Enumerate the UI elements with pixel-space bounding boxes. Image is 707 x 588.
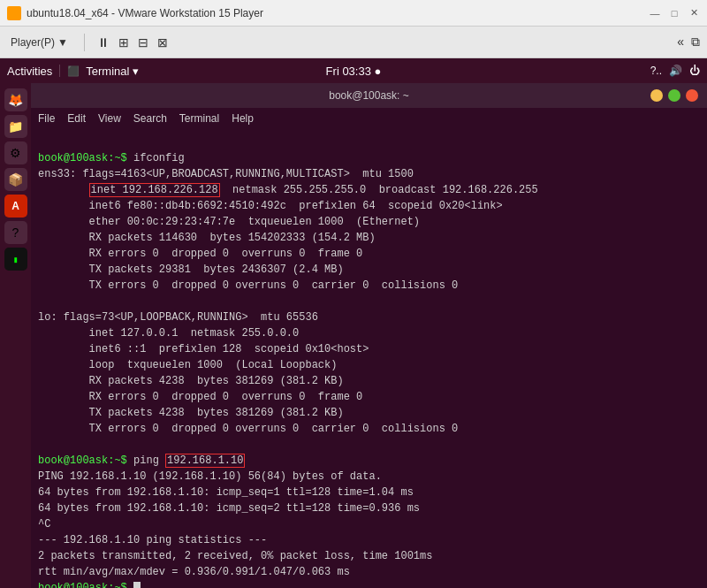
line-ping-header: PING 192.168.1.10 (192.168.1.10) 56(84) … xyxy=(38,470,382,483)
inet-address-highlight: inet 192.168.226.128 xyxy=(89,183,220,197)
datetime-display: Fri 03:33 ● xyxy=(326,65,382,78)
full-screen-button[interactable]: ⊠ xyxy=(157,35,168,50)
topbar-separator xyxy=(59,65,60,77)
terminal-menu-terminal[interactable]: Terminal xyxy=(179,112,219,125)
line-rx-errors: RX errors 0 dropped 0 overruns 0 frame 0 xyxy=(38,248,362,260)
topbar-left: Activities ⬛ Terminal ▾ xyxy=(7,65,139,78)
main-area: book@100ask: ~ File Edit View Search Ter… xyxy=(31,83,707,588)
terminal-cursor xyxy=(133,582,141,588)
line-inet6: inet6 fe80::db4b:6692:4510:492c prefixle… xyxy=(38,200,503,212)
line-lo-loop: loop txqueuelen 1000 (Local Loopback) xyxy=(38,359,337,371)
vmware-toolbar: Player(P) ▼ ⏸ ⊞ ⊟ ⊠ « ⧉ xyxy=(0,27,707,58)
titlebar-right[interactable]: — □ ✕ xyxy=(649,7,700,19)
terminal-menu-arrow-icon: ▾ xyxy=(133,65,139,78)
send-ctrl-alt-del-button[interactable]: ⊞ xyxy=(118,35,129,50)
line-ping-stats-1: 2 packets transmitted, 2 received, 0% pa… xyxy=(38,550,432,562)
terminal-menu-view[interactable]: View xyxy=(98,112,121,125)
topbar-right: ?.. 🔊 ⏻ xyxy=(650,65,700,77)
line-lo-tx-errors: TX errors 0 dropped 0 overruns 0 carrier… xyxy=(38,423,458,435)
terminal-menubar: File Edit View Search Terminal Help xyxy=(31,108,707,129)
ubuntu-topbar: Activities ⬛ Terminal ▾ Fri 03:33 ● ?.. … xyxy=(0,58,707,83)
terminal-title: book@100ask: ~ xyxy=(40,89,698,102)
window-close-button[interactable]: ✕ xyxy=(688,7,700,19)
window-minimize-button[interactable]: — xyxy=(649,7,661,19)
sidebar-settings-icon[interactable]: ⚙ xyxy=(4,141,27,164)
power-icon: ⏻ xyxy=(689,65,700,77)
line-rx-packets: RX packets 114630 bytes 154202333 (154.2… xyxy=(38,232,376,244)
topbar-center: Fri 03:33 ● xyxy=(326,65,382,78)
terminal-content[interactable]: book@100ask:~$ ifconfig ens33: flags=416… xyxy=(31,129,707,588)
terminal-window: book@100ask: ~ File Edit View Search Ter… xyxy=(31,83,707,588)
line-lo-tx-packets: TX packets 4238 bytes 381269 (381.2 KB) xyxy=(38,407,344,419)
terminal-menu-search[interactable]: Search xyxy=(133,112,167,125)
player-label: Player(P) xyxy=(11,36,55,49)
snap-button[interactable]: ⊟ xyxy=(138,35,148,50)
line-tx-packets: TX packets 29381 bytes 2436307 (2.4 MB) xyxy=(38,263,344,276)
line-ping-stats-2: rtt min/avg/max/mdev = 0.936/0.991/1.047… xyxy=(38,566,350,578)
prompt-2: book@100ask:~$ xyxy=(38,454,133,467)
line-ping-2: 64 bytes from 192.168.1.10: icmp_seq=2 t… xyxy=(38,502,420,515)
line-lo-inet6: inet6 ::1 prefixlen 128 scopeid 0x10<hos… xyxy=(38,343,369,355)
terminal-close-button[interactable] xyxy=(686,89,698,102)
toolbar-right: « ⧉ xyxy=(677,34,700,50)
line-lo-rx-errors: RX errors 0 dropped 0 overruns 0 frame 0 xyxy=(38,391,362,403)
titlebar-title: ubuntu18.04_x64 - VMware Workstation 15 … xyxy=(27,7,263,19)
window-maximize-button[interactable]: □ xyxy=(668,7,680,19)
ping-target-highlight: 192.168.1.10 xyxy=(165,454,245,468)
cmd-ping: ping 192.168.1.10 xyxy=(133,454,245,468)
volume-icon: 🔊 xyxy=(669,65,682,77)
line-ctrl-c: ^C xyxy=(38,518,50,531)
terminal-app-menu[interactable]: ⬛ Terminal ▾ xyxy=(67,65,139,78)
terminal-menu-file[interactable]: File xyxy=(38,112,55,125)
terminal-app-label: Terminal xyxy=(86,65,129,78)
terminal-menu-help[interactable]: Help xyxy=(232,112,254,125)
prompt-3: book@100ask:~$ xyxy=(38,582,133,588)
ubuntu-sidebar: 🦊 📁 ⚙ 📦 A ? ▮ xyxy=(0,83,31,588)
activities-button[interactable]: Activities xyxy=(7,65,52,78)
sidebar-help-icon[interactable]: ? xyxy=(4,221,27,244)
prompt-1: book@100ask:~$ xyxy=(38,152,133,164)
network-icon: ?.. xyxy=(650,65,662,77)
vmware-titlebar: ubuntu18.04_x64 - VMware Workstation 15 … xyxy=(0,0,707,27)
sidebar-files-icon[interactable]: 📁 xyxy=(4,115,27,138)
line-tx-errors: TX errors 0 dropped 0 overruns 0 carrier… xyxy=(38,279,458,292)
titlebar-left: ubuntu18.04_x64 - VMware Workstation 15 … xyxy=(7,6,263,20)
line-lo-flags: lo: flags=73<UP,LOOPBACK,RUNNING> mtu 65… xyxy=(38,311,318,324)
terminal-minimize-button[interactable] xyxy=(650,89,663,102)
line-ether: ether 00:0c:29:23:47:7e txqueuelen 1000 … xyxy=(38,216,420,228)
sidebar-firefox-icon[interactable]: 🦊 xyxy=(4,88,27,111)
cmd-ifconfig: ifconfig xyxy=(133,152,185,164)
line-lo-inet: inet 127.0.0.1 netmask 255.0.0.0 xyxy=(38,327,299,340)
terminal-titlebar: book@100ask: ~ xyxy=(31,83,707,108)
toolbar-separator-1 xyxy=(84,34,85,51)
terminal-window-icon: ⬛ xyxy=(67,65,80,77)
sidebar-software-icon[interactable]: 📦 xyxy=(4,168,27,191)
vm-library-button[interactable]: ⧉ xyxy=(691,34,700,50)
sidebar-terminal-icon[interactable]: ▮ xyxy=(4,248,27,271)
terminal-menu-edit[interactable]: Edit xyxy=(67,112,86,125)
line-lo-rx-packets: RX packets 4238 bytes 381269 (381.2 KB) xyxy=(38,375,344,387)
line-inet: inet 192.168.226.128 netmask 255.255.255… xyxy=(38,183,538,197)
line-ping-1: 64 bytes from 192.168.1.10: icmp_seq=1 t… xyxy=(38,486,414,499)
player-dropdown-icon: ▼ xyxy=(57,36,68,49)
line-ens33-flags: ens33: flags=4163<UP,BROADCAST,RUNNING,M… xyxy=(38,168,414,180)
sidebar-libreoffice-icon[interactable]: A xyxy=(4,195,27,218)
terminal-maximize-button[interactable] xyxy=(668,89,680,102)
pause-button[interactable]: ⏸ xyxy=(97,35,110,50)
line-ping-stats-header: --- 192.168.1.10 ping statistics --- xyxy=(38,534,267,546)
vmware-logo-icon xyxy=(7,6,21,20)
player-menu-button[interactable]: Player(P) ▼ xyxy=(7,34,72,50)
terminal-controls[interactable] xyxy=(650,89,698,102)
previous-vm-button[interactable]: « xyxy=(677,34,684,50)
